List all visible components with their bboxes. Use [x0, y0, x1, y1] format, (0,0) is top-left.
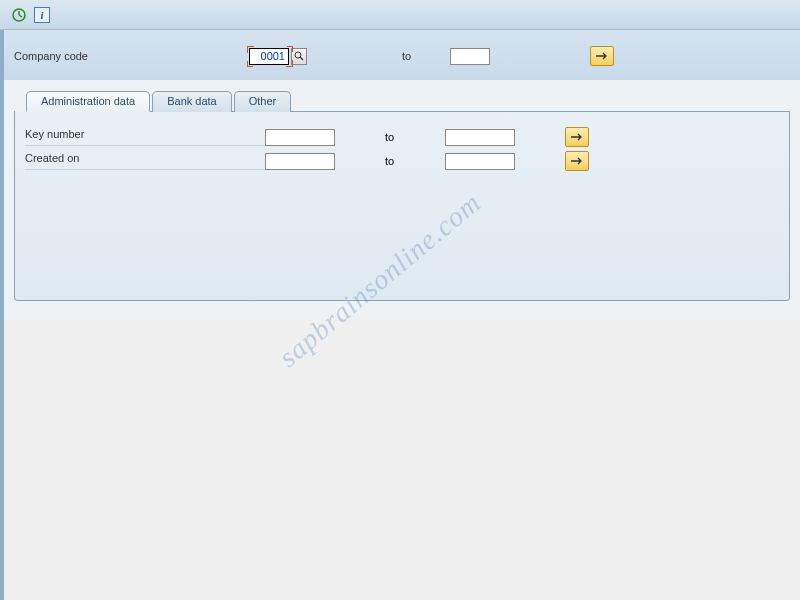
tab-bank-data[interactable]: Bank data	[152, 91, 232, 112]
application-toolbar: i	[0, 0, 800, 30]
lower-empty-area	[0, 320, 800, 600]
company-code-from-input[interactable]	[249, 48, 289, 65]
created-on-to-label: to	[385, 155, 445, 167]
execute-icon	[12, 8, 26, 22]
created-on-label: Created on	[25, 152, 265, 170]
key-number-label: Key number	[25, 128, 265, 146]
created-on-from-input[interactable]	[265, 153, 335, 170]
svg-line-4	[300, 57, 303, 60]
created-on-row: Created on to	[25, 149, 779, 173]
created-on-multiple-selection[interactable]	[565, 151, 589, 171]
tab-content-administration-data: Key number to Created on to	[14, 111, 790, 301]
key-number-from-input[interactable]	[265, 129, 335, 146]
multiple-selection-icon	[595, 51, 609, 61]
svg-line-2	[19, 15, 22, 17]
company-code-from-wrapper	[249, 48, 307, 65]
company-code-search-help[interactable]	[291, 48, 307, 65]
info-button[interactable]: i	[34, 7, 50, 23]
tab-other[interactable]: Other	[234, 91, 292, 112]
company-code-multiple-selection[interactable]	[590, 46, 614, 66]
multiple-selection-icon	[570, 132, 584, 142]
key-number-multiple-selection[interactable]	[565, 127, 589, 147]
company-code-to-label: to	[402, 50, 442, 62]
tab-area: Administration data Bank data Other Key …	[0, 80, 800, 320]
selection-criteria-area: Company code to	[0, 30, 800, 80]
company-code-to-input[interactable]	[450, 48, 490, 65]
key-number-row: Key number to	[25, 125, 779, 149]
multiple-selection-icon	[570, 156, 584, 166]
company-code-label: Company code	[14, 50, 164, 62]
key-number-to-label: to	[385, 131, 445, 143]
search-icon	[294, 51, 304, 61]
tab-administration-data[interactable]: Administration data	[26, 91, 150, 112]
created-on-to-input[interactable]	[445, 153, 515, 170]
key-number-to-input[interactable]	[445, 129, 515, 146]
tabstrip: Administration data Bank data Other	[26, 90, 790, 112]
execute-button[interactable]	[10, 6, 28, 24]
info-icon: i	[40, 9, 43, 21]
